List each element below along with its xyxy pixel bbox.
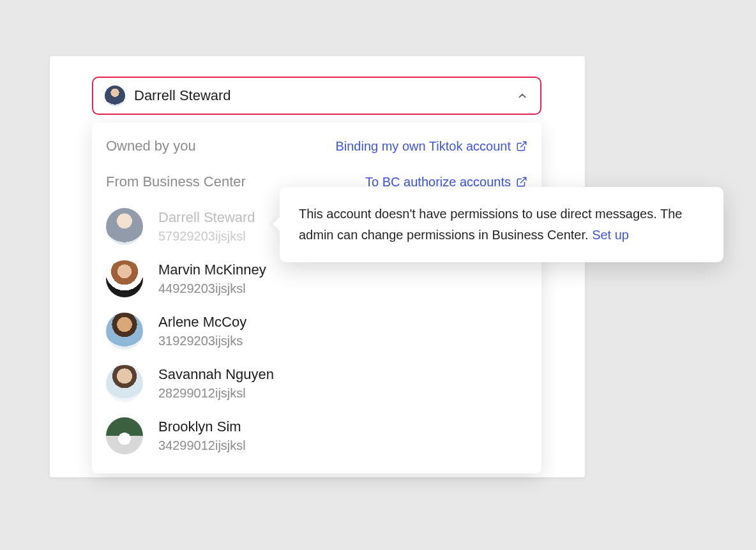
bind-own-tiktok-link[interactable]: Binding my own Tiktok account	[335, 139, 527, 154]
avatar	[106, 365, 143, 402]
account-name: Darrell Steward	[158, 209, 255, 226]
account-item[interactable]: Arlene McCoy 31929203ijsjks	[92, 305, 541, 357]
account-text: Arlene McCoy 31929203ijsjks	[158, 314, 246, 348]
account-item[interactable]: Brooklyn Sim 34299012ijsjksl	[92, 410, 541, 462]
external-link-icon	[516, 140, 527, 152]
account-name: Marvin McKinney	[158, 262, 266, 278]
account-text: Savannah Nguyen 28299012ijsjksl	[158, 366, 274, 400]
svg-line-1	[521, 177, 526, 182]
account-dropdown: Owned by you Binding my own Tiktok accou…	[92, 123, 541, 473]
tooltip-setup-link[interactable]: Set up	[592, 228, 629, 242]
account-text: Darrell Steward 57929203ijsjksl	[158, 209, 255, 243]
account-name: Brooklyn Sim	[158, 419, 246, 435]
permission-tooltip: This account doesn't have permissions to…	[280, 187, 723, 262]
account-id: 57929203ijsjksl	[158, 229, 255, 244]
external-link-icon	[516, 176, 527, 188]
from-business-center-label: From Business Center	[106, 174, 246, 190]
owned-by-you-label: Owned by you	[106, 138, 196, 154]
selected-avatar	[105, 85, 125, 106]
account-item[interactable]: Savannah Nguyen 28299012ijsjksl	[92, 357, 541, 410]
account-name: Savannah Nguyen	[158, 366, 274, 383]
account-text: Brooklyn Sim 34299012ijsjksl	[158, 419, 246, 452]
account-id: 44929203ijsjksl	[158, 281, 266, 296]
section-owned: Owned by you Binding my own Tiktok accou…	[92, 133, 541, 160]
account-name: Arlene McCoy	[158, 314, 246, 331]
bind-own-tiktok-link-text: Binding my own Tiktok account	[335, 139, 511, 154]
chevron-up-icon	[516, 89, 529, 102]
avatar	[106, 260, 143, 297]
account-id: 31929203ijsjks	[158, 334, 246, 348]
avatar	[106, 313, 143, 350]
avatar	[106, 208, 143, 245]
account-select-trigger[interactable]: Darrell Steward	[92, 77, 541, 115]
selected-account-name: Darrell Steward	[134, 87, 516, 104]
account-text: Marvin McKinney 44929203ijsjksl	[158, 262, 266, 295]
avatar	[106, 417, 143, 454]
account-id: 28299012ijsjksl	[158, 386, 274, 401]
svg-line-0	[521, 142, 526, 147]
account-id: 34299012ijsjksl	[158, 438, 246, 453]
